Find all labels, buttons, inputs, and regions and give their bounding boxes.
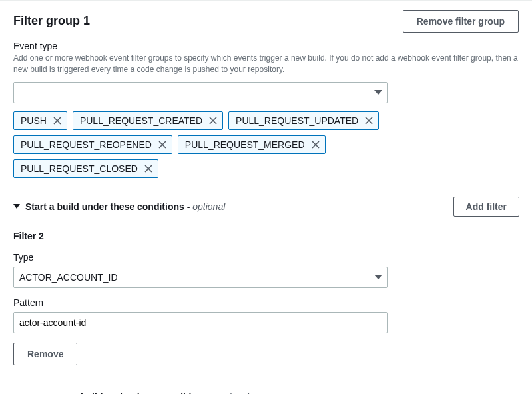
filter-group-title: Filter group 1 (13, 14, 90, 28)
token-label: PULL_REQUEST_REOPENED (21, 139, 152, 150)
start-conditions-optional: optional (192, 201, 225, 212)
filter-type-select[interactable]: ACTOR_ACCOUNT_ID (13, 267, 388, 288)
event-type-token: PULL_REQUEST_UPDATED (228, 111, 379, 130)
start-conditions-title: Start a build under these conditions - (25, 201, 190, 212)
close-icon[interactable] (365, 117, 373, 125)
caret-down-icon (13, 204, 20, 209)
dont-start-conditions-toggle[interactable]: Don't start a build under these conditio… (13, 392, 519, 394)
filter-name: Filter 2 (13, 231, 388, 241)
dont-start-conditions-title: Don't start a build under these conditio… (24, 392, 214, 394)
event-type-token: PULL_REQUEST_CLOSED (13, 159, 158, 178)
add-filter-button[interactable]: Add filter (453, 197, 519, 217)
dont-start-conditions-optional: optional (216, 392, 249, 394)
event-type-token: PUSH (13, 111, 67, 130)
close-icon[interactable] (312, 141, 320, 149)
remove-filter-button[interactable]: Remove (13, 343, 77, 365)
event-type-tokens: PUSHPULL_REQUEST_CREATEDPULL_REQUEST_UPD… (13, 111, 388, 178)
event-type-label: Event type (13, 41, 519, 51)
filter-pattern-label: Pattern (13, 297, 388, 308)
filter-type-label: Type (13, 252, 388, 263)
svg-marker-13 (13, 204, 20, 209)
close-icon[interactable] (209, 117, 217, 125)
event-type-select[interactable] (13, 82, 388, 103)
close-icon[interactable] (158, 141, 166, 149)
event-type-token: PULL_REQUEST_REOPENED (13, 135, 172, 154)
token-label: PULL_REQUEST_CLOSED (21, 163, 138, 174)
filter-pattern-input[interactable] (13, 312, 388, 333)
close-icon[interactable] (144, 165, 152, 173)
token-label: PUSH (21, 115, 47, 126)
event-type-description: Add one or more webhook event filter gro… (13, 53, 519, 75)
token-label: PULL_REQUEST_MERGED (185, 139, 305, 150)
start-conditions-toggle[interactable]: Start a build under these conditions - o… (13, 201, 225, 212)
token-label: PULL_REQUEST_UPDATED (236, 115, 358, 126)
filter-type-value: ACTOR_ACCOUNT_ID (19, 272, 118, 283)
token-label: PULL_REQUEST_CREATED (80, 115, 202, 126)
event-type-token: PULL_REQUEST_MERGED (178, 135, 326, 154)
remove-filter-group-button[interactable]: Remove filter group (403, 10, 519, 33)
close-icon[interactable] (53, 117, 61, 125)
event-type-token: PULL_REQUEST_CREATED (73, 111, 223, 130)
